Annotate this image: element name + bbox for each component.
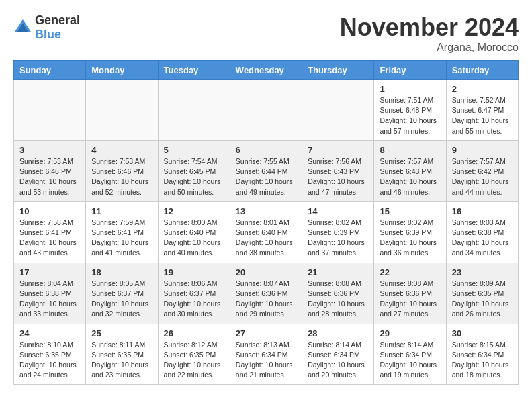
calendar-cell: 2Sunrise: 7:52 AMSunset: 6:47 PMDaylight… (446, 80, 518, 141)
logo-general-text: General (35, 13, 80, 27)
day-number: 13 (236, 206, 296, 216)
weekday-header-saturday: Saturday (446, 61, 518, 80)
day-number: 29 (380, 328, 440, 338)
cell-info: Sunrise: 7:57 AMSunset: 6:42 PMDaylight:… (452, 156, 513, 197)
day-number: 1 (380, 84, 440, 94)
day-number: 12 (164, 206, 224, 216)
cell-info: Sunrise: 8:10 AMSunset: 6:35 PMDaylight:… (19, 340, 80, 381)
day-number: 10 (19, 206, 80, 216)
cell-info: Sunrise: 8:14 AMSunset: 6:34 PMDaylight:… (308, 340, 368, 381)
day-number: 11 (91, 206, 152, 216)
cell-info: Sunrise: 7:59 AMSunset: 6:41 PMDaylight:… (91, 218, 152, 259)
calendar-week-4: 17Sunrise: 8:04 AMSunset: 6:38 PMDayligh… (14, 263, 519, 324)
day-number: 18 (91, 267, 152, 277)
calendar-cell: 1Sunrise: 7:51 AMSunset: 6:48 PMDaylight… (374, 80, 446, 141)
calendar-cell: 27Sunrise: 8:13 AMSunset: 6:34 PMDayligh… (230, 324, 302, 385)
calendar-cell: 13Sunrise: 8:01 AMSunset: 6:40 PMDayligh… (230, 201, 302, 263)
calendar-table: SundayMondayTuesdayWednesdayThursdayFrid… (13, 60, 519, 385)
cell-info: Sunrise: 8:02 AMSunset: 6:39 PMDaylight:… (380, 218, 440, 259)
day-number: 2 (452, 84, 513, 94)
cell-info: Sunrise: 8:08 AMSunset: 6:36 PMDaylight:… (308, 279, 368, 320)
location-title: Argana, Morocco (340, 42, 519, 54)
calendar-cell: 24Sunrise: 8:10 AMSunset: 6:35 PMDayligh… (14, 324, 86, 385)
cell-info: Sunrise: 8:03 AMSunset: 6:38 PMDaylight:… (452, 218, 513, 259)
day-number: 22 (380, 267, 440, 277)
day-number: 30 (452, 328, 513, 338)
calendar-cell: 18Sunrise: 8:05 AMSunset: 6:37 PMDayligh… (86, 263, 158, 324)
calendar-cell: 20Sunrise: 8:07 AMSunset: 6:36 PMDayligh… (230, 263, 302, 324)
weekday-header-row: SundayMondayTuesdayWednesdayThursdayFrid… (14, 61, 519, 80)
day-number: 25 (91, 328, 152, 338)
logo-blue-text: Blue (35, 28, 61, 41)
cell-info: Sunrise: 8:14 AMSunset: 6:34 PMDaylight:… (380, 340, 440, 381)
cell-info: Sunrise: 7:58 AMSunset: 6:41 PMDaylight:… (19, 218, 80, 259)
cell-info: Sunrise: 8:08 AMSunset: 6:36 PMDaylight:… (380, 279, 440, 320)
cell-info: Sunrise: 8:01 AMSunset: 6:40 PMDaylight:… (236, 218, 296, 259)
cell-info: Sunrise: 7:52 AMSunset: 6:47 PMDaylight:… (452, 95, 513, 136)
cell-info: Sunrise: 8:15 AMSunset: 6:34 PMDaylight:… (452, 340, 513, 381)
calendar-cell: 10Sunrise: 7:58 AMSunset: 6:41 PMDayligh… (14, 201, 86, 263)
calendar-week-5: 24Sunrise: 8:10 AMSunset: 6:35 PMDayligh… (14, 324, 519, 385)
calendar-cell: 15Sunrise: 8:02 AMSunset: 6:39 PMDayligh… (374, 201, 446, 263)
day-number: 23 (452, 267, 513, 277)
calendar-week-2: 3Sunrise: 7:53 AMSunset: 6:46 PMDaylight… (14, 140, 519, 201)
day-number: 17 (19, 267, 80, 277)
calendar-cell (302, 80, 374, 141)
cell-info: Sunrise: 8:07 AMSunset: 6:36 PMDaylight:… (236, 279, 296, 320)
day-number: 3 (19, 145, 80, 155)
weekday-header-tuesday: Tuesday (158, 61, 230, 80)
calendar-cell: 12Sunrise: 8:00 AMSunset: 6:40 PMDayligh… (158, 201, 230, 263)
cell-info: Sunrise: 8:09 AMSunset: 6:35 PMDaylight:… (452, 279, 513, 320)
cell-info: Sunrise: 8:00 AMSunset: 6:40 PMDaylight:… (164, 218, 224, 259)
cell-info: Sunrise: 7:54 AMSunset: 6:45 PMDaylight:… (164, 156, 224, 197)
day-number: 4 (91, 145, 152, 155)
day-number: 8 (380, 145, 440, 155)
cell-info: Sunrise: 7:53 AMSunset: 6:46 PMDaylight:… (19, 156, 80, 197)
calendar-cell: 3Sunrise: 7:53 AMSunset: 6:46 PMDaylight… (14, 140, 86, 201)
cell-info: Sunrise: 8:02 AMSunset: 6:39 PMDaylight:… (308, 218, 368, 259)
calendar-cell (158, 80, 230, 141)
calendar-cell: 30Sunrise: 8:15 AMSunset: 6:34 PMDayligh… (446, 324, 518, 385)
calendar-cell: 26Sunrise: 8:12 AMSunset: 6:35 PMDayligh… (158, 324, 230, 385)
calendar-cell (86, 80, 158, 141)
calendar-cell: 21Sunrise: 8:08 AMSunset: 6:36 PMDayligh… (302, 263, 374, 324)
day-number: 5 (164, 145, 224, 155)
calendar-cell: 29Sunrise: 8:14 AMSunset: 6:34 PMDayligh… (374, 324, 446, 385)
weekday-header-friday: Friday (374, 61, 446, 80)
calendar-cell (230, 80, 302, 141)
day-number: 14 (308, 206, 368, 216)
day-number: 28 (308, 328, 368, 338)
calendar-cell: 25Sunrise: 8:11 AMSunset: 6:35 PMDayligh… (86, 324, 158, 385)
logo-icon (13, 18, 32, 37)
day-number: 21 (308, 267, 368, 277)
day-number: 19 (164, 267, 224, 277)
weekday-header-thursday: Thursday (302, 61, 374, 80)
calendar-cell: 22Sunrise: 8:08 AMSunset: 6:36 PMDayligh… (374, 263, 446, 324)
calendar-cell: 4Sunrise: 7:53 AMSunset: 6:46 PMDaylight… (86, 140, 158, 201)
day-number: 24 (19, 328, 80, 338)
day-number: 6 (236, 145, 296, 155)
header: General Blue November 2024 Argana, Moroc… (13, 13, 519, 54)
cell-info: Sunrise: 7:55 AMSunset: 6:44 PMDaylight:… (236, 156, 296, 197)
day-number: 16 (452, 206, 513, 216)
calendar-cell: 17Sunrise: 8:04 AMSunset: 6:38 PMDayligh… (14, 263, 86, 324)
cell-info: Sunrise: 8:05 AMSunset: 6:37 PMDaylight:… (91, 279, 152, 320)
cell-info: Sunrise: 7:51 AMSunset: 6:48 PMDaylight:… (380, 95, 440, 136)
calendar-cell: 5Sunrise: 7:54 AMSunset: 6:45 PMDaylight… (158, 140, 230, 201)
day-number: 26 (164, 328, 224, 338)
day-number: 15 (380, 206, 440, 216)
weekday-header-sunday: Sunday (14, 61, 86, 80)
logo: General Blue (13, 13, 80, 42)
weekday-header-monday: Monday (86, 61, 158, 80)
calendar-week-3: 10Sunrise: 7:58 AMSunset: 6:41 PMDayligh… (14, 201, 519, 263)
calendar-cell: 16Sunrise: 8:03 AMSunset: 6:38 PMDayligh… (446, 201, 518, 263)
title-area: November 2024 Argana, Morocco (340, 13, 519, 54)
calendar-cell: 8Sunrise: 7:57 AMSunset: 6:43 PMDaylight… (374, 140, 446, 201)
calendar-cell (14, 80, 86, 141)
weekday-header-wednesday: Wednesday (230, 61, 302, 80)
day-number: 9 (452, 145, 513, 155)
cell-info: Sunrise: 7:53 AMSunset: 6:46 PMDaylight:… (91, 156, 152, 197)
cell-info: Sunrise: 7:56 AMSunset: 6:43 PMDaylight:… (308, 156, 368, 197)
day-number: 20 (236, 267, 296, 277)
cell-info: Sunrise: 8:04 AMSunset: 6:38 PMDaylight:… (19, 279, 80, 320)
